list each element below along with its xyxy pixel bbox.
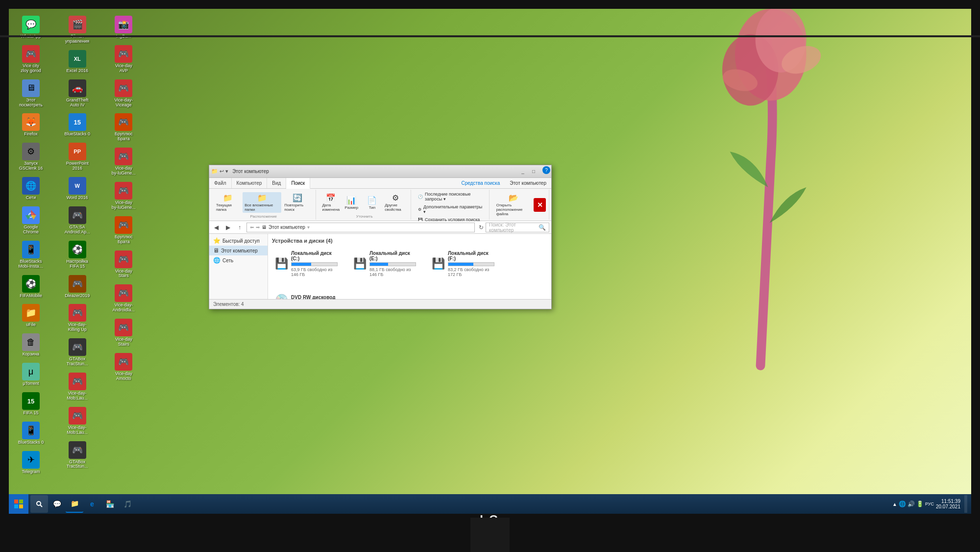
btn-advanced-options[interactable]: ⚙ Дополнительные параметры ▾	[416, 203, 486, 215]
tab-file[interactable]: Файл	[209, 178, 232, 188]
desktop-icon-grandtheft[interactable]: 🚗 GrandTheftAuto IV	[60, 77, 95, 110]
tab-search[interactable]: Поиск	[286, 178, 310, 189]
desktop-icon-vc-avp[interactable]: 🎮 Vice-dayAVP	[106, 43, 141, 75]
desktop-icon-fifa15[interactable]: 15 FIFA 15	[14, 390, 48, 418]
drive-f-space: 83,2 ГБ свободно из 172 ГБ	[448, 267, 494, 277]
btn-other-props[interactable]: ⚙ Другие свойства	[383, 192, 408, 213]
dvd-info: DVD RW дисковод (G:)	[291, 295, 338, 299]
sidebar-network[interactable]: 🌐 Сеть	[209, 255, 268, 265]
desktop-icon-vc-lugene[interactable]: 🎮 Vice-dayby-luGene...	[106, 146, 141, 178]
desktop-icon-vc-lugene2[interactable]: 🎮 Vice-dayby-luGene...	[106, 180, 141, 212]
desktop-icon-gtorrent[interactable]: μ μTorrent	[14, 361, 48, 388]
btn-all-subfolders[interactable]: 📁 Все вложенные папки	[243, 192, 281, 213]
drive-c[interactable]: 💾 Локальный диск (C:) 63,9 ГБ свободно и…	[272, 248, 341, 282]
ribbon: Файл Компьютер Вид Поиск Средства поиска	[209, 178, 551, 221]
tray-chevron[interactable]: ▲	[892, 502, 897, 507]
desktop-icon-fifamobile[interactable]: ⚽ FIFAMobile	[14, 273, 48, 301]
up-button[interactable]: ↑	[235, 223, 245, 232]
desktop-icon-vicecity[interactable]: 🎮 Vice cityzloy gorod	[14, 43, 48, 75]
desktop-icon-telegram[interactable]: ✈ Telegram	[14, 449, 48, 477]
address-bar: ◀ ▶ ↑ ⬅ ➡ 🖥 Этот компьютер ▾ ↻ Поиск: Эт…	[209, 221, 551, 234]
desktop-icon-gtabox2[interactable]: 🎮 GTABoxTracStun...	[60, 439, 95, 472]
taskbar-search[interactable]	[30, 495, 48, 513]
desktop-icon-vc-stairs[interactable]: 🎮 Vice-dayStairs	[106, 317, 141, 349]
tray-volume-icon: 🔊	[907, 501, 915, 507]
taskbar: 💬 📁 e 🏪 🎵 ▲ 🌐 🔊	[9, 494, 971, 514]
start-button[interactable]	[9, 494, 28, 514]
monitor-frame: 💬 WhatsApp 🎮 Vice cityzloy gorod 🖥 Этотп…	[0, 0, 980, 552]
desktop-icon-vc-viceage[interactable]: 🎮 Vice-day-Viceage	[106, 77, 141, 110]
desktop-icon-gtasa[interactable]: 🎮 GTA:SAAndroid:Ap...	[60, 204, 95, 237]
this-computer-icon: 🖥	[213, 247, 219, 254]
btn-open-file-location[interactable]: 📂 Открытьрасположение файла	[494, 192, 533, 217]
flower-decoration	[589, 9, 932, 391]
desktop-icon-bruplius2[interactable]: 🎮 БруплюсБрата	[106, 214, 141, 247]
svg-line-13	[40, 505, 42, 507]
desktop-icon-zapusk[interactable]: ⚙ ЗапускGSClenk 16	[14, 141, 48, 173]
btn-current-folder[interactable]: 📁 Текущая папка	[214, 192, 242, 213]
explorer-main: ⭐ Быстрый доступ 🖥 Этот компьютер 🌐 Сеть…	[209, 234, 551, 299]
minimize-button[interactable]: _	[518, 168, 528, 176]
desktop-icon-etot[interactable]: 🖥 Этотпосмотреть	[14, 77, 48, 110]
desktop-icon-vc-android[interactable]: 🎮 Vice-day-Androidla...	[106, 282, 141, 315]
taskbar-edge[interactable]: e	[83, 495, 101, 513]
btn-recent-searches[interactable]: 🕐 Последние поисковые запросы ▾	[416, 191, 486, 202]
taskbar-clock[interactable]: 11:51:39 20.07.2021	[936, 499, 960, 509]
back-button[interactable]: ◀	[211, 223, 221, 232]
btn-type[interactable]: 📄 Тип	[362, 195, 382, 211]
drive-f[interactable]: 💾 Локальный диск (F:) 83,2 ГБ свободно и…	[429, 248, 497, 282]
desktop-icon-vc-mob[interactable]: 🎮 Vice-day-Mob:Lau...	[60, 371, 95, 403]
desktop-icon-word2016[interactable]: W Word 2016	[60, 175, 95, 202]
search-icon	[36, 501, 43, 507]
desktop-icon-vc-amocto[interactable]: 🎮 Vice-dayAmocto	[106, 351, 141, 383]
desktop-icon-chrome[interactable]: GoogleChrome	[14, 204, 48, 237]
taskbar-cortana[interactable]: 💬	[48, 495, 66, 513]
svg-rect-9	[19, 500, 23, 503]
desktop-icon-bruplius[interactable]: 🎮 БруплюсБрата	[106, 111, 141, 144]
desktop-icon-bluestacks3[interactable]: 15 BlueStacks 0	[60, 111, 95, 139]
desktop-icon-excel2016[interactable]: XL Excel 2016	[60, 48, 95, 75]
desktop-icon-ufile[interactable]: 📁 uFile	[14, 302, 48, 329]
desktop-icon-bluestacks2[interactable]: 📱 BlueStacks 0	[14, 420, 48, 447]
desktop-icon-vc-kill[interactable]: 🎮 Vice-day-Killing Up	[60, 302, 95, 334]
dvd-drive[interactable]: 💿 DVD RW дисковод (G:)	[272, 292, 341, 299]
ribbon-group-refine: 📅 Датаизменена 📊 Размер 📄 Тип	[318, 190, 411, 220]
desktop-icon-vc-mob2[interactable]: 🎮 Vice-day-Mob:Lau...	[60, 405, 95, 437]
desktop-icon-vc-stars[interactable]: 🎮 Vice-dayStars	[106, 249, 141, 281]
desktop-icon-nastroika[interactable]: ⚽ НастройкаFIFA 15	[60, 239, 95, 271]
show-desktop-button[interactable]	[964, 495, 967, 513]
desktop-icon-bluestacks1[interactable]: 📱 BlueStacksMobi-Insta…	[14, 239, 48, 271]
taskbar-store[interactable]: 🏪	[101, 495, 119, 513]
btn-date-modified[interactable]: 📅 Датаизменена	[321, 192, 341, 213]
taskbar-media[interactable]: 🎵	[119, 495, 136, 513]
desktop-icon-gtabox1[interactable]: 🎮 GTABoxTracStun...	[60, 336, 95, 369]
dvd-icon: 💿	[275, 294, 288, 299]
maximize-button[interactable]: □	[529, 168, 539, 176]
drive-e-info: Локальный диск (E:) 88,1 ГБ свободно из …	[369, 251, 416, 277]
btn-size[interactable]: 📊 Размер	[342, 195, 361, 211]
desktop-icon-dleazer[interactable]: 🎮 Dleazer2019	[60, 273, 95, 301]
desktop-icon-seti[interactable]: 🌐 Сети	[14, 175, 48, 202]
taskbar-file-explorer[interactable]: 📁	[66, 495, 83, 513]
address-path[interactable]: ⬅ ➡ 🖥 Этот компьютер ▾	[246, 223, 475, 232]
desktop-icon-korzina[interactable]: 🗑 Корзина	[14, 331, 48, 359]
tab-computer[interactable]: Компьютер	[232, 178, 268, 188]
drive-e[interactable]: 💾 Локальный диск (E:) 88,1 ГБ свободно и…	[350, 248, 419, 282]
forward-button[interactable]: ▶	[223, 223, 233, 232]
help-button[interactable]: ?	[542, 166, 550, 174]
sidebar-this-computer[interactable]: 🖥 Этот компьютер	[209, 246, 268, 255]
tab-view[interactable]: Вид	[267, 178, 286, 188]
btn-close-search[interactable]: ✕	[534, 198, 546, 212]
ribbon-group-location: 📁 Текущая папка 📁 Все вложенные папки 🔄 …	[211, 190, 316, 220]
search-input[interactable]: Поиск: Этот компьютер 🔍	[486, 223, 549, 232]
btn-repeat-search[interactable]: 🔄 Повторить поиск	[282, 192, 313, 213]
taskbar-items: 💬 📁 e 🏪 🎵	[28, 495, 888, 513]
desktop-icon-firefox[interactable]: 🦊 Firefox	[14, 111, 48, 139]
window-title: Этот компьютер	[232, 169, 518, 174]
refresh-button[interactable]: ↻	[479, 224, 484, 231]
sidebar-quick-access[interactable]: ⭐ Быстрый доступ	[209, 236, 268, 246]
desktop-icon-powerpoint[interactable]: PP PowerPoint2016	[60, 141, 95, 173]
tray-network-icon: 🌐	[899, 501, 906, 507]
desktop-icon-filman[interactable]: 🎬 Filmanуправления	[60, 14, 95, 46]
clock-date: 20.07.2021	[936, 504, 960, 509]
